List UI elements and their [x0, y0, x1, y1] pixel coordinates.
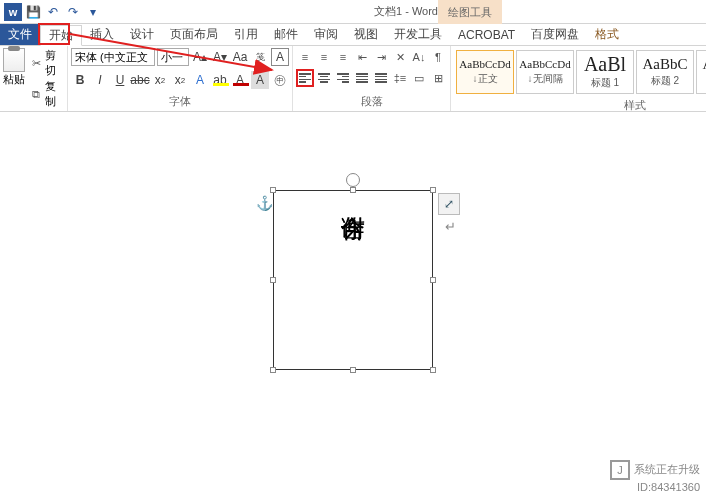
strike-button[interactable]: abc: [131, 71, 149, 89]
tab-baidu[interactable]: 百度网盘: [523, 24, 587, 45]
window-title: 文档1 - Word: [106, 4, 706, 19]
tab-home[interactable]: 开始: [40, 25, 82, 46]
paragraph-group-label: 段落: [296, 92, 447, 111]
resize-handle-n[interactable]: [350, 187, 356, 193]
redo-button[interactable]: ↷: [64, 3, 82, 21]
sort-button[interactable]: A↓: [410, 48, 428, 66]
align-center-button[interactable]: [315, 69, 333, 87]
paste-label: 粘贴: [3, 72, 25, 87]
ribbon: 粘贴 ✂剪切 ⧉复制 🖌格式刷 剪贴板 宋体 (中文正文 小一 A▴ A▾ Aa…: [0, 46, 706, 112]
save-button[interactable]: 💾: [24, 3, 42, 21]
change-case-button[interactable]: Aa: [231, 48, 249, 66]
document-area[interactable]: ⚓ ⤢ ↵ 谢谢合作: [0, 112, 706, 500]
font-group-label: 字体: [71, 92, 289, 111]
paragraph-mark: ↵: [445, 219, 456, 234]
style-item-2[interactable]: AaBl标题 1: [576, 50, 634, 94]
show-marks-button[interactable]: ¶: [429, 48, 447, 66]
font-size-combo[interactable]: 小一: [157, 48, 189, 66]
layout-options-button[interactable]: ⤢: [438, 193, 460, 215]
watermark: J系统正在升级 ID:84341360: [610, 460, 700, 494]
asian-layout-button[interactable]: ✕: [391, 48, 409, 66]
tab-references[interactable]: 引用: [226, 24, 266, 45]
align-justify-button[interactable]: [353, 69, 371, 87]
resize-handle-se[interactable]: [430, 367, 436, 373]
superscript-button[interactable]: x2: [171, 71, 189, 89]
copy-icon: ⧉: [30, 87, 42, 101]
text-box[interactable]: ⚓ ⤢ ↵ 谢谢合作: [273, 190, 433, 370]
align-left-button[interactable]: [296, 69, 314, 87]
tab-developer[interactable]: 开发工具: [386, 24, 450, 45]
numbering-button[interactable]: ≡: [315, 48, 333, 66]
cut-button[interactable]: ✂剪切: [30, 48, 64, 78]
underline-button[interactable]: U: [111, 71, 129, 89]
tab-review[interactable]: 审阅: [306, 24, 346, 45]
decrease-indent-button[interactable]: ⇤: [353, 48, 371, 66]
bullets-button[interactable]: ≡: [296, 48, 314, 66]
undo-button[interactable]: ↶: [44, 3, 62, 21]
text-effects-button[interactable]: A: [191, 71, 209, 89]
grow-font-button[interactable]: A▴: [191, 48, 209, 66]
font-name-combo[interactable]: 宋体 (中文正文: [71, 48, 155, 66]
tab-file[interactable]: 文件: [0, 24, 40, 45]
phonetic-guide-button[interactable]: 笺: [251, 48, 269, 66]
italic-button[interactable]: I: [91, 71, 109, 89]
tab-view[interactable]: 视图: [346, 24, 386, 45]
tab-acrobat[interactable]: ACROBAT: [450, 24, 523, 45]
resize-handle-s[interactable]: [350, 367, 356, 373]
align-distribute-button[interactable]: [372, 69, 390, 87]
quick-access-toolbar: w 💾 ↶ ↷ ▾: [0, 3, 106, 21]
resize-handle-w[interactable]: [270, 277, 276, 283]
shading-button[interactable]: ▭: [410, 69, 428, 87]
group-styles: AaBbCcDd↓正文AaBbCcDd↓无间隔AaBl标题 1AaBbC标题 2…: [451, 46, 706, 111]
rotate-handle[interactable]: [346, 173, 360, 187]
character-shading-button[interactable]: A: [251, 71, 269, 89]
borders-button[interactable]: ⊞: [429, 69, 447, 87]
styles-gallery[interactable]: AaBbCcDd↓正文AaBbCcDd↓无间隔AaBl标题 1AaBbC标题 2…: [454, 48, 706, 96]
style-item-0[interactable]: AaBbCcDd↓正文: [456, 50, 514, 94]
font-color-button[interactable]: A: [231, 71, 249, 89]
multilevel-button[interactable]: ≡: [334, 48, 352, 66]
contextual-tab-group: 绘图工具: [438, 0, 502, 24]
style-item-1[interactable]: AaBbCcDd↓无间隔: [516, 50, 574, 94]
shrink-font-button[interactable]: A▾: [211, 48, 229, 66]
copy-button[interactable]: ⧉复制: [30, 79, 64, 109]
tab-mailings[interactable]: 邮件: [266, 24, 306, 45]
highlight-button[interactable]: ab: [211, 71, 229, 89]
character-border-button[interactable]: A: [271, 48, 289, 66]
subscript-button[interactable]: x2: [151, 71, 169, 89]
watermark-logo-icon: J: [610, 460, 630, 480]
bold-button[interactable]: B: [71, 71, 89, 89]
word-app-icon: w: [4, 3, 22, 21]
anchor-icon: ⚓: [256, 195, 273, 211]
qat-customize[interactable]: ▾: [84, 3, 102, 21]
group-paragraph: ≡ ≡ ≡ ⇤ ⇥ ✕ A↓ ¶ ‡≡ ▭ ⊞ 段落: [293, 46, 451, 111]
increase-indent-button[interactable]: ⇥: [372, 48, 390, 66]
ribbon-tabs: 文件 开始 插入 设计 页面布局 引用 邮件 审阅 视图 开发工具 ACROBA…: [0, 24, 706, 46]
style-item-3[interactable]: AaBbC标题 2: [636, 50, 694, 94]
enclose-char-button[interactable]: ㊥: [271, 71, 289, 89]
tab-design[interactable]: 设计: [122, 24, 162, 45]
line-spacing-button[interactable]: ‡≡: [391, 69, 409, 87]
resize-handle-e[interactable]: [430, 277, 436, 283]
textbox-content[interactable]: 谢谢合作: [337, 197, 369, 369]
paste-icon: [3, 48, 25, 72]
watermark-line2: ID:84341360: [637, 481, 700, 493]
align-right-button[interactable]: [334, 69, 352, 87]
title-bar: w 💾 ↶ ↷ ▾ 文档1 - Word 绘图工具: [0, 0, 706, 24]
cut-icon: ✂: [30, 56, 42, 70]
group-font: 宋体 (中文正文 小一 A▴ A▾ Aa 笺 A B I U abc x2 x2…: [68, 46, 293, 111]
resize-handle-nw[interactable]: [270, 187, 276, 193]
tab-format[interactable]: 格式: [587, 24, 627, 45]
style-item-4[interactable]: AaBbC标题: [696, 50, 706, 94]
resize-handle-ne[interactable]: [430, 187, 436, 193]
tab-layout[interactable]: 页面布局: [162, 24, 226, 45]
resize-handle-sw[interactable]: [270, 367, 276, 373]
group-clipboard: 粘贴 ✂剪切 ⧉复制 🖌格式刷 剪贴板: [0, 46, 68, 111]
tab-insert[interactable]: 插入: [82, 24, 122, 45]
watermark-line1: 系统正在升级: [634, 463, 700, 475]
